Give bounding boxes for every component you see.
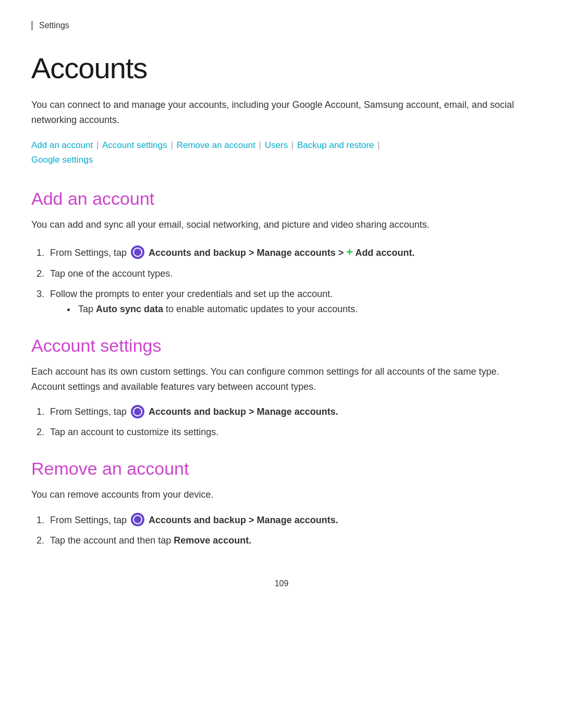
step2-text-before: Tap the account and then tap xyxy=(50,535,174,546)
step1-text-before: From Settings, tap xyxy=(50,515,129,525)
account-settings-step-2: Tap an account to customize its settings… xyxy=(47,425,532,440)
step3-text: Follow the prompts to enter your credent… xyxy=(50,289,333,299)
step1-bold-text: Accounts and backup > Manage accounts > xyxy=(149,248,346,258)
account-settings-steps: From Settings, tap Accounts and backup >… xyxy=(47,404,532,440)
nav-links: Add an account | Account settings | Remo… xyxy=(31,138,532,168)
breadcrumb: Settings xyxy=(31,21,532,30)
section-account-settings: Account settings Each account has its ow… xyxy=(31,336,532,440)
step1-bold-text: Accounts and backup > Manage accounts. xyxy=(149,406,338,417)
intro-text: You can connect to and manage your accou… xyxy=(31,97,532,128)
settings-icon-3 xyxy=(131,513,144,526)
section-title-account-settings: Account settings xyxy=(31,336,532,356)
page-title: Accounts xyxy=(31,51,532,85)
section-title-add-account: Add an account xyxy=(31,189,532,209)
step1-text-before: From Settings, tap xyxy=(50,406,129,417)
nav-separator-5: | xyxy=(375,140,380,150)
add-account-step-3: Follow the prompts to enter your credent… xyxy=(47,287,532,317)
section-add-account: Add an account You can add and sync all … xyxy=(31,189,532,316)
add-account-steps: From Settings, tap Accounts and backup >… xyxy=(47,243,532,317)
add-account-step-1: From Settings, tap Accounts and backup >… xyxy=(47,243,532,261)
section-intro-remove-account: You can remove accounts from your device… xyxy=(31,487,532,502)
step1-text-before: From Settings, tap xyxy=(50,248,129,258)
nav-separator-1: | xyxy=(94,140,101,150)
remove-account-step-2: Tap the account and then tap Remove acco… xyxy=(47,533,532,548)
remove-account-steps: From Settings, tap Accounts and backup >… xyxy=(47,513,532,548)
nav-link-account-settings[interactable]: Account settings xyxy=(102,140,167,150)
nav-link-backup-restore[interactable]: Backup and restore xyxy=(297,140,374,150)
step1-add-account: Add account. xyxy=(353,248,414,258)
plus-icon: + xyxy=(346,245,353,258)
add-account-step-2: Tap one of the account types. xyxy=(47,266,532,281)
nav-separator-2: | xyxy=(168,140,176,150)
account-settings-step-1: From Settings, tap Accounts and backup >… xyxy=(47,404,532,419)
step2-bold: Remove account. xyxy=(174,535,251,546)
nav-link-google-settings[interactable]: Google settings xyxy=(31,155,93,165)
nav-link-users[interactable]: Users xyxy=(265,140,288,150)
nav-link-remove-account[interactable]: Remove an account xyxy=(177,140,255,150)
nav-separator-4: | xyxy=(289,140,296,150)
section-intro-account-settings: Each account has its own custom settings… xyxy=(31,364,532,394)
remove-account-step-1: From Settings, tap Accounts and backup >… xyxy=(47,513,532,528)
step1-bold-text: Accounts and backup > Manage accounts. xyxy=(149,515,338,525)
page-number: 109 xyxy=(31,579,532,588)
nav-separator-3: | xyxy=(256,140,264,150)
step3-bullets: Tap Auto sync data to enable automatic u… xyxy=(76,302,532,317)
settings-icon-1 xyxy=(131,245,144,259)
step3-bullet-1: Tap Auto sync data to enable automatic u… xyxy=(76,302,532,317)
section-title-remove-account: Remove an account xyxy=(31,459,532,479)
section-remove-account: Remove an account You can remove account… xyxy=(31,459,532,548)
settings-icon-2 xyxy=(131,405,144,418)
nav-link-add-account[interactable]: Add an account xyxy=(31,140,93,150)
section-intro-add-account: You can add and sync all your email, soc… xyxy=(31,217,532,232)
